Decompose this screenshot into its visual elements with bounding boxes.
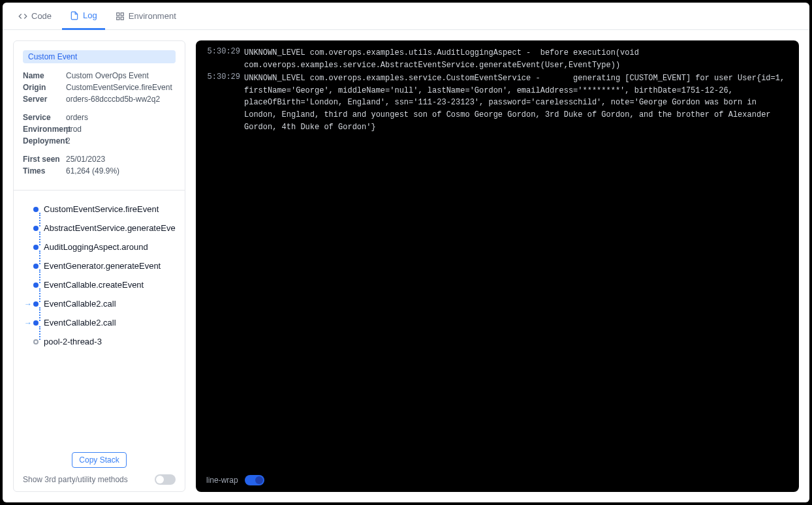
stack-item[interactable]: EventCallable.createEvent xyxy=(23,275,176,294)
meta-label: Times xyxy=(23,165,66,177)
svg-rect-3 xyxy=(121,17,123,20)
dot-icon xyxy=(33,283,39,288)
tab-environment[interactable]: Environment xyxy=(108,3,184,29)
log-panel: 5:30:29UNKNOWN_LEVEL com.overops.example… xyxy=(196,40,799,492)
log-line: 5:30:29UNKNOWN_LEVEL com.overops.example… xyxy=(206,47,789,71)
meta-label: Origin xyxy=(23,82,66,93)
stack-trace: CustomEventService.fireEventAbstractEven… xyxy=(23,197,176,447)
meta-value: 25/01/2023 xyxy=(66,153,176,165)
hollow-dot-icon xyxy=(33,339,39,344)
meta-label: Service xyxy=(23,112,66,123)
meta-block-2: Serviceorders Environmentprod Deployment… xyxy=(23,112,176,147)
show-3rd-party-toggle[interactable] xyxy=(155,474,176,485)
line-wrap-label: line-wrap xyxy=(206,476,238,485)
code-icon xyxy=(18,12,27,21)
divider xyxy=(14,190,185,191)
meta-value: 2 xyxy=(66,135,176,147)
stack-item-label: EventCallable.createEvent xyxy=(44,280,144,290)
log-line: 5:30:29UNKNOWN_LEVEL com.overops.example… xyxy=(206,72,789,133)
line-wrap-toggle[interactable] xyxy=(245,475,264,485)
app-root: Code Log Environment Custom Event NameCu… xyxy=(3,3,809,502)
dot-icon xyxy=(33,301,39,307)
svg-rect-2 xyxy=(117,17,119,20)
stack-item-label: CustomEventService.fireEvent xyxy=(44,204,159,214)
stack-item[interactable]: AuditLoggingAspect.around xyxy=(23,237,176,256)
stack-item[interactable]: AbstractEventService.generateEvent xyxy=(23,219,176,237)
dot-icon xyxy=(33,226,39,231)
meta-block-3: First seen25/01/2023 Times61,264 (49.9%) xyxy=(23,153,176,177)
main-area: Custom Event NameCustom OverOps Event Or… xyxy=(3,30,809,502)
meta-label: Server xyxy=(23,93,66,105)
event-sidebar: Custom Event NameCustom OverOps Event Or… xyxy=(13,40,185,492)
show-3rd-party-label: Show 3rd party/utility methods xyxy=(23,475,128,484)
view-tabs: Code Log Environment xyxy=(3,3,809,30)
svg-rect-1 xyxy=(121,12,123,15)
copy-stack-button[interactable]: Copy Stack xyxy=(72,452,126,468)
stack-item[interactable]: →EventCallable2.call xyxy=(23,294,176,313)
dot-icon xyxy=(33,264,39,269)
log-content[interactable]: 5:30:29UNKNOWN_LEVEL com.overops.example… xyxy=(206,47,789,470)
log-body: UNKNOWN_LEVEL com.overops.examples.utils… xyxy=(244,47,789,71)
stack-item-label: EventCallable2.call xyxy=(44,299,116,309)
log-footer: line-wrap xyxy=(206,470,789,485)
stack-item-label: pool-2-thread-3 xyxy=(44,337,102,346)
meta-label: First seen xyxy=(23,153,66,165)
log-timestamp: 5:30:29 xyxy=(206,72,244,133)
environment-icon xyxy=(116,12,125,21)
meta-label: Environment xyxy=(23,123,66,135)
stack-item-label: AuditLoggingAspect.around xyxy=(44,242,148,252)
event-type-badge: Custom Event xyxy=(23,50,176,63)
meta-label: Name xyxy=(23,70,66,82)
meta-value: 61,264 (49.9%) xyxy=(66,165,176,177)
arrow-icon: → xyxy=(24,318,32,328)
tab-log[interactable]: Log xyxy=(62,3,105,30)
stack-item-label: AbstractEventService.generateEvent xyxy=(44,223,176,233)
tab-label: Code xyxy=(31,11,52,21)
stack-item[interactable]: →EventCallable2.call xyxy=(23,313,176,332)
dot-icon xyxy=(33,245,39,250)
dot-icon xyxy=(33,320,39,326)
meta-block-1: NameCustom OverOps Event OriginCustomEve… xyxy=(23,70,176,105)
meta-value: Custom OverOps Event xyxy=(66,70,176,82)
meta-value: CustomEventService.fireEvent xyxy=(66,82,176,93)
tab-label: Log xyxy=(83,10,97,20)
stack-item[interactable]: pool-2-thread-3 xyxy=(23,332,176,351)
arrow-icon: → xyxy=(24,299,32,309)
dot-icon xyxy=(33,207,39,212)
meta-value: orders xyxy=(66,112,176,123)
tab-code[interactable]: Code xyxy=(10,3,59,29)
stack-item[interactable]: CustomEventService.fireEvent xyxy=(23,200,176,219)
show-3rd-party-row: Show 3rd party/utility methods xyxy=(23,474,176,485)
stack-item[interactable]: EventGenerator.generateEvent xyxy=(23,256,176,275)
log-timestamp: 5:30:29 xyxy=(206,47,244,71)
meta-value: orders-68dcccbd5b-ww2q2 xyxy=(66,93,176,105)
log-body: UNKNOWN_LEVEL com.overops.examples.servi… xyxy=(244,72,789,133)
log-icon xyxy=(70,11,79,20)
meta-value: prod xyxy=(66,123,176,135)
meta-label: Deployment xyxy=(23,135,66,147)
stack-item-label: EventCallable2.call xyxy=(44,318,116,328)
svg-rect-0 xyxy=(117,12,119,15)
tab-label: Environment xyxy=(129,11,176,21)
stack-item-label: EventGenerator.generateEvent xyxy=(44,261,161,271)
